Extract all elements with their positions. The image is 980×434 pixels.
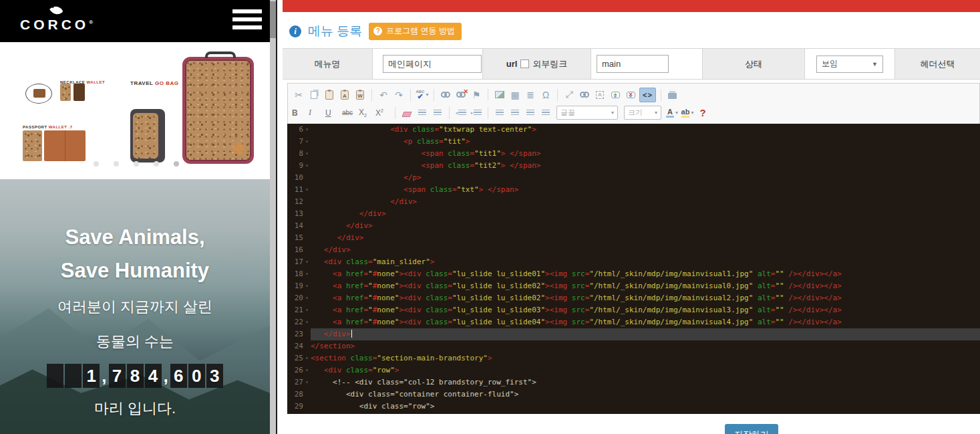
align-center-icon[interactable]	[508, 106, 522, 120]
code-line[interactable]: 17▾ <div class="main_slider">	[287, 256, 980, 268]
code-line[interactable]: 18▾ <a href="#none"><div class="lu_slide…	[287, 268, 980, 280]
hamburger-menu-icon[interactable]	[232, 9, 262, 33]
fold-arrow-icon[interactable]: ▾	[303, 376, 311, 389]
underline-button[interactable]: U	[325, 106, 340, 120]
code-line[interactable]: 13 </div>	[287, 208, 980, 220]
code-text: </p>	[311, 172, 980, 184]
text-color-icon[interactable]: A▾	[665, 106, 679, 120]
fold-arrow-icon[interactable]: ▾	[303, 316, 311, 328]
fold-arrow-icon[interactable]: ▾	[303, 124, 311, 136]
external-link-checkbox[interactable]	[520, 60, 529, 68]
remove-format-icon[interactable]	[400, 106, 414, 120]
fold-arrow-icon[interactable]: ▾	[303, 136, 311, 148]
code-line[interactable]: 7▾ <p class="tit">	[287, 136, 980, 148]
source-button[interactable]: <>	[639, 88, 656, 102]
copy-icon[interactable]	[307, 88, 321, 102]
site-logo[interactable]: CORCO®	[20, 5, 93, 32]
table-icon[interactable]: ▦	[508, 88, 522, 102]
align-right-icon[interactable]	[524, 106, 537, 120]
fold-arrow-icon[interactable]: ▾	[303, 352, 311, 364]
special-char-icon[interactable]: Ω	[539, 88, 552, 102]
code-line[interactable]: 11▾ <span class="txt"> </span>	[287, 184, 980, 196]
code-line[interactable]: 25▾<section class="section-main-brandsto…	[287, 352, 980, 364]
code-line[interactable]: 6▾ <div class="txtwrap text-center">	[287, 124, 980, 136]
status-select[interactable]: 보임 ▼	[816, 56, 883, 73]
code-line[interactable]: 23 </div>	[287, 328, 980, 340]
spellcheck-icon[interactable]: ABC✔▾	[416, 88, 429, 102]
select-all-icon[interactable]: A	[593, 88, 607, 102]
scrollbar-thumb[interactable]	[270, 1, 276, 38]
code-line[interactable]: 16 </div>	[287, 244, 980, 256]
code-line[interactable]: 12 </div>	[287, 196, 980, 208]
maximize-icon[interactable]: ⤢	[562, 88, 576, 102]
slider-dot[interactable]	[134, 161, 139, 167]
url-input[interactable]	[597, 55, 669, 73]
undo-icon[interactable]: ↶	[377, 88, 390, 102]
code-line[interactable]: 27▾ <!-- <div class="col-12 brandstory_r…	[287, 376, 980, 389]
find-icon[interactable]	[578, 88, 591, 102]
code-line[interactable]: 28 <div class="container container-fluid…	[287, 389, 980, 401]
pane-scrollbar[interactable]	[270, 0, 277, 434]
fold-arrow-icon[interactable]: ▾	[303, 292, 311, 304]
code-line[interactable]: 26▾ <div class="row">	[287, 364, 980, 376]
menu-name-input[interactable]	[383, 55, 482, 73]
slider-dot[interactable]	[174, 161, 179, 167]
product-slider[interactable]: NECKLACE WALLET TRAVEL GO BAG· · · · PAS…	[0, 42, 270, 179]
slider-dot[interactable]	[94, 161, 99, 167]
fold-arrow-icon[interactable]: ▾	[303, 256, 311, 268]
align-left-icon[interactable]	[493, 106, 506, 120]
fold-arrow-icon[interactable]: ▾	[303, 280, 311, 292]
fold-arrow-icon[interactable]: ▾	[303, 304, 311, 316]
code-line[interactable]: 10 </p>	[287, 172, 980, 184]
slider-dot[interactable]	[114, 161, 119, 167]
program-link-help-button[interactable]: ? 프로그램 연동 방법	[369, 23, 462, 40]
indent-icon[interactable]: ▸	[470, 106, 483, 120]
redo-icon[interactable]: ↷	[392, 88, 405, 102]
align-justify-icon[interactable]	[539, 106, 552, 120]
print-icon[interactable]	[666, 88, 679, 102]
code-line[interactable]: 15 </div>	[287, 232, 980, 244]
code-line[interactable]: 20▾ <a href="#none"><div class="lu_slide…	[287, 292, 980, 304]
font-dropdown[interactable]: 글꼴▾	[556, 106, 618, 120]
fold-arrow-icon[interactable]: ▾	[303, 184, 311, 196]
code-line[interactable]: 8▾ <span class="tit1"> </span>	[287, 148, 980, 160]
anchor-flag-icon[interactable]: ⚑	[470, 88, 483, 102]
paste-word-icon[interactable]: W	[353, 88, 367, 102]
paste-text-icon[interactable]: A	[338, 88, 351, 102]
code-line[interactable]: 24</section>	[287, 340, 980, 352]
code-line[interactable]: 22▾ <a href="#none"><div class="lu_slide…	[287, 316, 980, 328]
image-icon[interactable]	[493, 88, 506, 102]
source-code-area[interactable]: 6▾ <div class="txtwrap text-center">7▾ <…	[287, 124, 980, 414]
save-button[interactable]: 저장하기	[725, 424, 778, 434]
superscript-button[interactable]: X2	[375, 106, 390, 120]
slider-dot[interactable]	[154, 161, 159, 167]
fold-arrow-icon[interactable]: ▾	[303, 364, 311, 376]
strikethrough-button[interactable]: abc	[342, 106, 357, 120]
code-line[interactable]: 21▾ <a href="#none"><div class="lu_slide…	[287, 304, 980, 316]
unlink-icon[interactable]: ✕	[454, 88, 468, 102]
code-line[interactable]: 14 </div>	[287, 220, 980, 232]
horizontal-rule-icon[interactable]: ≣	[524, 88, 537, 102]
comment-add-icon[interactable]: +	[609, 88, 622, 102]
comment-remove-icon[interactable]: ✕	[624, 88, 637, 102]
link-icon[interactable]	[439, 88, 452, 102]
code-line[interactable]: 19▾ <a href="#none"><div class="lu_slide…	[287, 280, 980, 292]
bg-color-icon[interactable]: ab▾	[681, 106, 694, 120]
subscript-button[interactable]: X2	[359, 106, 373, 120]
slider-dots[interactable]	[94, 161, 179, 167]
fold-arrow-icon[interactable]: ▾	[303, 268, 311, 280]
code-line[interactable]: 9▾ <span class="tit2"> </span>	[287, 160, 980, 172]
about-icon[interactable]: ?	[696, 106, 709, 120]
outdent-icon[interactable]: ◂	[454, 106, 468, 120]
fold-arrow-icon[interactable]: ▾	[303, 160, 311, 172]
code-line[interactable]: 29 <div class="row">	[287, 401, 980, 413]
site-header: CORCO®	[0, 0, 270, 42]
paste-icon[interactable]	[323, 88, 336, 102]
bold-button[interactable]: B	[292, 106, 307, 120]
unordered-list-icon[interactable]	[431, 106, 444, 120]
size-dropdown[interactable]: 크기▾	[624, 106, 661, 120]
italic-button[interactable]: I	[309, 106, 323, 120]
ordered-list-icon[interactable]	[416, 106, 429, 120]
fold-arrow-icon[interactable]: ▾	[303, 148, 311, 160]
cut-icon[interactable]: ✂	[292, 88, 305, 102]
